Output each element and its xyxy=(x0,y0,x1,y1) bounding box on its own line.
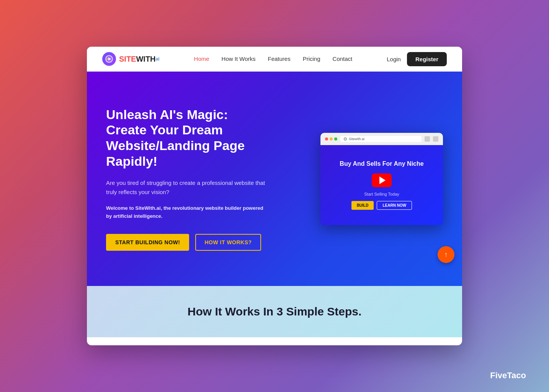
how-it-works-section: How It Works In 3 Simple Steps. xyxy=(87,286,462,337)
nav-item-contact[interactable]: Contact xyxy=(333,56,353,62)
video-cta-buttons: BUILD LEARN NOW xyxy=(351,201,412,210)
nav-link-contact[interactable]: Contact xyxy=(333,56,353,62)
register-button[interactable]: Register xyxy=(407,52,447,66)
video-subtitle: Start Selling Today xyxy=(364,192,399,196)
video-build-button[interactable]: BUILD xyxy=(351,201,374,210)
video-learn-button[interactable]: LEARN NOW xyxy=(377,201,412,210)
dot-yellow xyxy=(330,137,333,140)
hero-section: Unleash AI's Magic: Create Your Dream We… xyxy=(87,72,462,286)
svg-point-2 xyxy=(106,58,108,60)
url-bar: Sitewith.ai xyxy=(340,136,422,142)
login-button[interactable]: Login xyxy=(387,56,401,62)
dot-green xyxy=(334,137,337,140)
hero-subtitle: Are you tired of struggling to create a … xyxy=(106,178,267,197)
logo-icon xyxy=(102,52,116,66)
nav-icon-1 xyxy=(425,136,430,142)
scroll-to-top-button[interactable]: ↑ xyxy=(438,246,454,263)
start-building-button[interactable]: START BUILDING NOW! xyxy=(106,234,189,251)
dot-red xyxy=(325,137,328,140)
fivetaco-taco: Taco xyxy=(507,371,526,380)
nav-link-home[interactable]: Home xyxy=(194,56,209,62)
hero-content: Unleash AI's Magic: Create Your Dream We… xyxy=(106,107,267,251)
browser-window: SITE WITH ai Home How It Works Features … xyxy=(87,47,462,345)
video-main-text: Buy And Sells For Any Niche xyxy=(340,160,423,167)
video-content: Buy And Sells For Any Niche Start Sellin… xyxy=(320,145,443,225)
play-button[interactable] xyxy=(372,173,392,187)
hero-description: Welcome to SiteWith.ai, the revolutionar… xyxy=(106,204,267,220)
hero-video-preview: Sitewith.ai Buy And Sells For Any Niche … xyxy=(320,133,443,225)
navbar: SITE WITH ai Home How It Works Features … xyxy=(87,47,462,72)
nav-item-features[interactable]: Features xyxy=(268,56,290,62)
url-text: Sitewith.ai xyxy=(349,137,364,141)
play-triangle-icon xyxy=(379,176,386,184)
nav-icon-2 xyxy=(433,136,438,142)
hero-title: Unleash AI's Magic: Create Your Dream We… xyxy=(106,107,267,169)
logo[interactable]: SITE WITH ai xyxy=(102,52,160,66)
video-browser-bar: Sitewith.ai xyxy=(320,133,443,145)
nav-item-pricing[interactable]: Pricing xyxy=(303,56,320,62)
arrow-up-icon: ↑ xyxy=(444,251,448,258)
how-section-title: How It Works In 3 Simple Steps. xyxy=(102,305,447,318)
hero-buttons: START BUILDING NOW! HOW IT WORKS? xyxy=(106,234,267,251)
logo-text: SITE WITH ai xyxy=(119,55,160,64)
nav-item-home[interactable]: Home xyxy=(194,56,209,62)
nav-link-features[interactable]: Features xyxy=(268,56,290,62)
nav-link-how[interactable]: How It Works xyxy=(222,56,256,62)
nav-link-pricing[interactable]: Pricing xyxy=(303,56,320,62)
nav-item-how[interactable]: How It Works xyxy=(222,56,256,62)
how-it-works-button[interactable]: HOW IT WORKS? xyxy=(195,234,261,251)
browser-nav-icons xyxy=(425,136,438,142)
browser-dots xyxy=(325,137,337,140)
nav-links: Home How It Works Features Pricing Conta… xyxy=(194,56,353,62)
fivetaco-five: Five xyxy=(490,371,507,380)
fivetaco-watermark: FiveTaco xyxy=(490,371,526,381)
globe-icon xyxy=(343,137,347,141)
nav-actions: Login Register xyxy=(387,52,447,66)
